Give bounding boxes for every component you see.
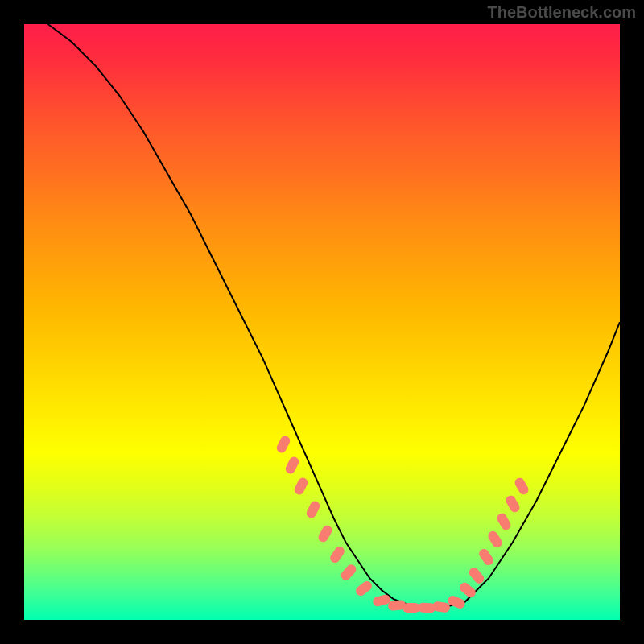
markers-layer [24, 24, 620, 620]
data-marker [305, 500, 322, 520]
data-marker [353, 579, 374, 597]
data-marker [458, 580, 478, 599]
data-marker [513, 476, 530, 496]
data-marker [316, 523, 333, 543]
data-marker [339, 563, 358, 582]
plot-area [24, 24, 620, 620]
data-marker [495, 511, 512, 531]
data-marker [504, 493, 521, 514]
data-marker [275, 434, 292, 454]
data-marker [468, 565, 486, 585]
data-marker [328, 544, 345, 564]
data-marker [477, 547, 494, 568]
data-marker [293, 476, 310, 496]
watermark-text: TheBottleneck.com [488, 3, 636, 22]
data-marker [486, 530, 504, 550]
data-marker [284, 455, 301, 475]
